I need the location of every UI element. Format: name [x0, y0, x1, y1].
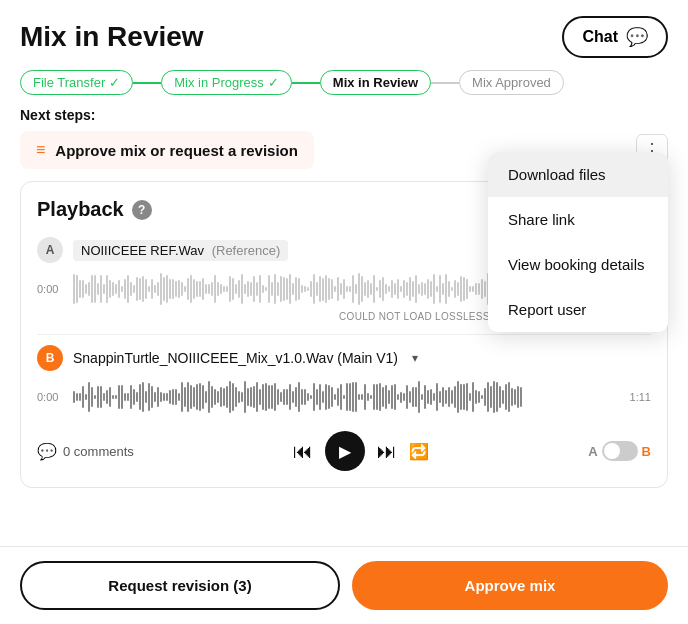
approve-action-text: Approve mix or request a revision — [55, 142, 298, 159]
comment-icon: 💬 — [37, 442, 57, 461]
chat-button[interactable]: Chat 💬 — [562, 16, 668, 58]
header: Mix in Review Chat 💬 — [0, 0, 688, 70]
step-mix-approved-label: Mix Approved — [472, 75, 551, 90]
playback-title: Playback — [37, 198, 124, 221]
ab-toggle-thumb — [604, 443, 620, 459]
step-mix-in-progress[interactable]: Mix in Progress ✓ — [161, 70, 292, 95]
check-icon: ✓ — [109, 75, 120, 90]
track-a-tag: (Reference) — [212, 243, 281, 258]
progress-bar: File Transfer ✓ Mix in Progress ✓ Mix in… — [0, 70, 688, 107]
next-steps-label: Next steps: — [0, 107, 688, 131]
dropdown-share-link[interactable]: Share link — [488, 197, 668, 242]
play-button[interactable]: ▶ — [325, 431, 365, 471]
list-icon: ≡ — [36, 141, 45, 159]
step-file-transfer-label: File Transfer — [33, 75, 105, 90]
track-b: B SnappinTurtle_NOIIICEEE_Mix_v1.0.Wav (… — [37, 345, 651, 417]
track-a-badge: A — [37, 237, 63, 263]
skip-back-button[interactable]: ⏮ — [293, 440, 313, 463]
dropdown-menu: Download files Share link View booking d… — [488, 152, 668, 332]
footer-buttons: Request revision (3) Approve mix — [0, 546, 688, 624]
track-b-badge: B — [37, 345, 63, 371]
track-b-filename: SnappinTurtle_NOIIICEEE_Mix_v1.0.Wav (Ma… — [73, 350, 398, 366]
page-title: Mix in Review — [20, 21, 204, 53]
track-b-duration: 1:11 — [621, 391, 651, 403]
help-icon[interactable]: ? — [132, 200, 152, 220]
track-b-time-start: 0:00 — [37, 391, 65, 403]
approve-action: ≡ Approve mix or request a revision — [20, 131, 314, 169]
chat-icon: 💬 — [626, 26, 648, 48]
comments-section: 💬 0 comments — [37, 442, 134, 461]
dropdown-download-files[interactable]: Download files — [488, 152, 668, 197]
track-a-filename: NOIIICEEE REF.Wav (Reference) — [73, 240, 288, 261]
loop-button[interactable]: 🔁 — [409, 442, 429, 461]
skip-forward-button[interactable]: ⏭ — [377, 440, 397, 463]
ab-toggle: A B — [588, 441, 651, 461]
step-mix-in-review-label: Mix in Review — [333, 75, 418, 90]
track-b-dropdown-icon[interactable]: ▾ — [412, 351, 418, 365]
track-a-time-start: 0:00 — [37, 283, 65, 295]
track-divider — [37, 334, 651, 335]
step-mix-in-review[interactable]: Mix in Review — [320, 70, 431, 95]
step-mix-in-progress-label: Mix in Progress — [174, 75, 264, 90]
request-revision-button[interactable]: Request revision (3) — [20, 561, 340, 610]
playback-controls-row: 💬 0 comments ⏮ ▶ ⏭ 🔁 A B — [37, 431, 651, 471]
dropdown-report-user[interactable]: Report user — [488, 287, 668, 332]
playback-controls: ⏮ ▶ ⏭ 🔁 — [293, 431, 429, 471]
ab-label-a: A — [588, 444, 597, 459]
step-mix-approved[interactable]: Mix Approved — [459, 70, 564, 95]
chat-label: Chat — [582, 28, 618, 46]
ab-toggle-track[interactable] — [602, 441, 638, 461]
comments-count: 0 comments — [63, 444, 134, 459]
approve-mix-button[interactable]: Approve mix — [352, 561, 668, 610]
connector-3 — [431, 82, 459, 84]
step-file-transfer[interactable]: File Transfer ✓ — [20, 70, 133, 95]
dropdown-view-booking[interactable]: View booking details — [488, 242, 668, 287]
track-b-waveform — [73, 377, 613, 417]
connector-1 — [133, 82, 161, 84]
track-b-waveform-row: 0:00 1:11 — [37, 377, 651, 417]
ab-label-b: B — [642, 444, 651, 459]
connector-2 — [292, 82, 320, 84]
check-icon-2: ✓ — [268, 75, 279, 90]
track-b-header: B SnappinTurtle_NOIIICEEE_Mix_v1.0.Wav (… — [37, 345, 651, 371]
